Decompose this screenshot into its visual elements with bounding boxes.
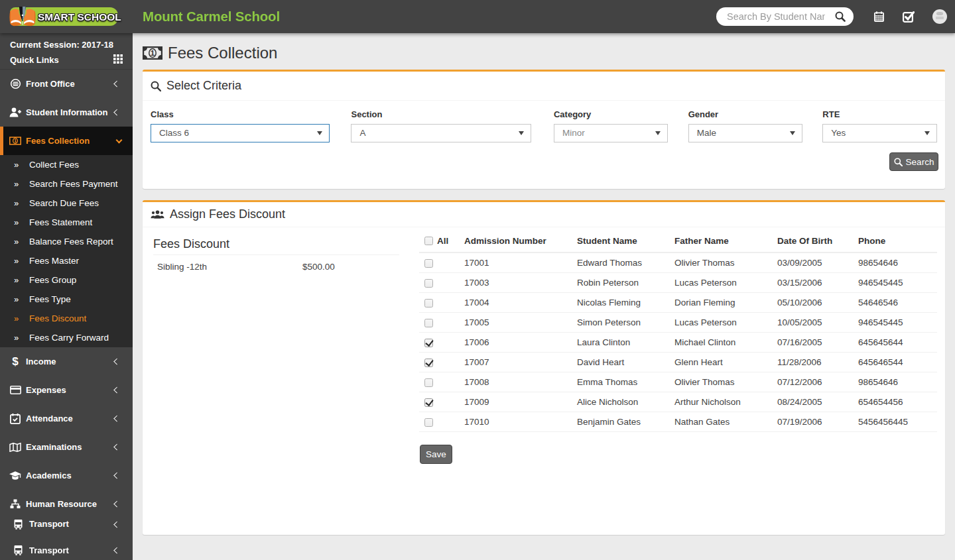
svg-text:1: 1 (151, 49, 155, 57)
svg-text:1: 1 (14, 138, 17, 144)
